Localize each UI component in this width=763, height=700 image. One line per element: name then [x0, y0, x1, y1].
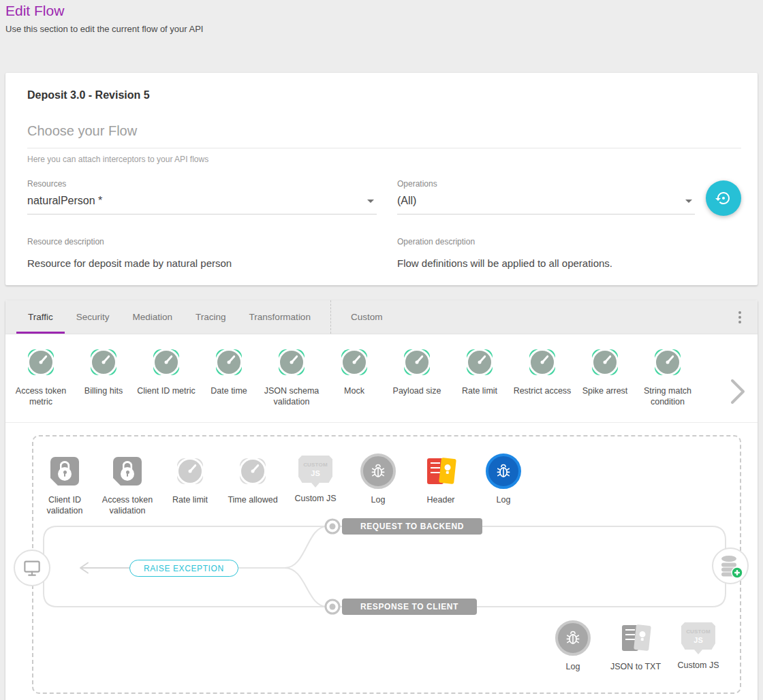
bug-icon — [555, 620, 591, 656]
gauge-icon — [86, 345, 121, 380]
choose-flow-hint: Here you can attach interceptors to your… — [27, 155, 741, 164]
dropdown-arrow-icon — [367, 200, 374, 203]
operations-select[interactable]: Operations (All) — [397, 179, 695, 214]
client-endpoint[interactable] — [14, 550, 50, 586]
flow-interceptor-log-response[interactable]: Log — [542, 620, 604, 673]
palette-item-mock[interactable]: Mock — [323, 345, 386, 422]
interceptors-card: Traffic Security Mediation Tracing Trans… — [5, 300, 758, 700]
lock-icon — [110, 454, 145, 489]
dropdown-arrow-icon — [685, 200, 692, 203]
edit-flow-page: Edit Flow Use this section to edit the c… — [0, 0, 763, 700]
flow-interceptor-custom-js[interactable]: CUSTOM JS Custom JS — [284, 454, 347, 516]
gauge-icon — [23, 345, 59, 380]
backend-endpoint[interactable] — [712, 547, 749, 584]
request-interceptors-row: Client ID validation Access token valida… — [33, 454, 535, 516]
gauge-icon — [587, 345, 623, 380]
resources-value: naturalPerson * — [27, 195, 102, 207]
palette-item-spike-arrest[interactable]: Spike arrest — [574, 345, 636, 422]
palette-item-client-id-metric[interactable]: Client ID metric — [135, 345, 198, 422]
flow-interceptor-json-to-txt[interactable]: JSON to TXT — [604, 620, 667, 673]
flow-interceptor-time-allowed[interactable]: Time allowed — [221, 454, 284, 516]
flow-interceptor-rate-limit[interactable]: Rate limit — [159, 454, 221, 516]
flow-canvas: Client ID validation Access token valida… — [5, 423, 758, 700]
kebab-menu-icon[interactable] — [732, 309, 748, 325]
gauge-icon — [235, 454, 270, 489]
palette-item-rate-limit[interactable]: Rate limit — [448, 345, 511, 422]
raise-exception-label: RAISE EXCEPTION — [129, 560, 238, 577]
tab-custom[interactable]: Custom — [339, 300, 394, 334]
operation-description-label: Operation description — [397, 237, 475, 246]
tab-divider — [330, 300, 331, 334]
palette-item-billing-hits[interactable]: Billing hits — [72, 345, 135, 422]
gauge-icon — [337, 345, 372, 380]
palette-item-payload-size[interactable]: Payload size — [386, 345, 448, 422]
lock-icon — [47, 454, 82, 489]
api-revision-title: Deposit 3.0 - Revision 5 — [22, 89, 741, 101]
json-to-txt-icon — [618, 620, 653, 656]
palette-item-restrict-access[interactable]: Restrict access — [511, 345, 574, 422]
header-cards-icon — [423, 454, 458, 489]
gauge-icon — [399, 345, 435, 380]
tab-transformation[interactable]: Transformation — [238, 300, 322, 334]
flow-select-row: Resources naturalPerson * Operations (Al… — [22, 179, 741, 216]
interceptor-tabs: Traffic Security Mediation Tracing Trans… — [5, 300, 758, 334]
tab-mediation[interactable]: Mediation — [121, 300, 185, 334]
page-subtitle: Use this section to edit the current flo… — [5, 24, 758, 34]
operations-value: (All) — [397, 195, 416, 207]
monitor-icon — [22, 558, 42, 578]
gauge-icon — [172, 454, 208, 489]
description-row: Resource description Resource for deposi… — [22, 235, 741, 269]
bug-icon — [360, 454, 396, 489]
operations-label: Operations — [397, 179, 695, 189]
tab-tracing[interactable]: Tracing — [184, 300, 238, 334]
custom-js-icon: CUSTOM JS — [681, 622, 715, 654]
resources-select[interactable]: Resources naturalPerson * — [27, 179, 377, 214]
resources-label: Resources — [27, 179, 377, 189]
response-to-client-label: RESPONSE TO CLIENT — [342, 599, 477, 615]
request-to-backend-label: REQUEST TO BACKEND — [342, 518, 482, 535]
choose-flow-section: Choose your Flow Here you can attach int… — [22, 123, 741, 164]
gauge-icon — [525, 345, 560, 380]
flow-interceptor-custom-js-response[interactable]: CUSTOM JS Custom JS — [667, 620, 730, 673]
gauge-icon — [274, 345, 309, 380]
flow-interceptor-log[interactable]: Log — [347, 454, 409, 516]
bug-icon — [486, 454, 521, 489]
operation-description-value: Flow definitions will be applied to all … — [397, 257, 741, 269]
choose-flow-heading: Choose your Flow — [27, 123, 741, 148]
resource-description-value: Resource for deposit made by natural per… — [27, 257, 377, 269]
gauge-icon — [149, 345, 184, 380]
page-header: Edit Flow Use this section to edit the c… — [5, 0, 758, 34]
gauge-icon — [462, 345, 497, 380]
chevron-right-icon[interactable] — [729, 378, 747, 408]
gauge-icon — [650, 345, 685, 380]
resource-description: Resource description Resource for deposi… — [27, 235, 377, 269]
operation-description: Operation description Flow definitions w… — [397, 235, 741, 269]
database-add-icon — [717, 553, 743, 579]
palette-item-json-schema-validation[interactable]: JSON schema validation — [260, 345, 323, 422]
flow-interceptor-client-id-validation[interactable]: Client ID validation — [33, 454, 96, 516]
page-title: Edit Flow — [5, 3, 758, 19]
palette-item-access-token-metric[interactable]: Access token metric — [10, 345, 72, 422]
interceptor-palette: Access token metric Billing hits Client … — [5, 334, 758, 423]
custom-js-icon: CUSTOM JS — [298, 456, 332, 488]
flow-selection-card: Deposit 3.0 - Revision 5 Choose your Flo… — [5, 73, 758, 285]
tab-traffic[interactable]: Traffic — [16, 300, 65, 334]
palette-item-date-time[interactable]: Date time — [198, 345, 260, 422]
flow-interceptor-log-blue[interactable]: Log — [472, 454, 535, 516]
gauge-icon — [211, 345, 247, 380]
resource-description-label: Resource description — [27, 237, 104, 246]
tab-security[interactable]: Security — [65, 300, 121, 334]
reload-flow-button[interactable] — [706, 180, 741, 216]
response-interceptors-row: Log JSON to TXT CUSTOM JS Custom JS — [542, 620, 730, 673]
flow-interceptor-header[interactable]: Header — [409, 454, 472, 516]
history-restore-icon — [715, 190, 732, 206]
flow-interceptor-access-token-validation[interactable]: Access token validation — [96, 454, 159, 516]
palette-item-string-match-condition[interactable]: String match condition — [636, 345, 699, 422]
